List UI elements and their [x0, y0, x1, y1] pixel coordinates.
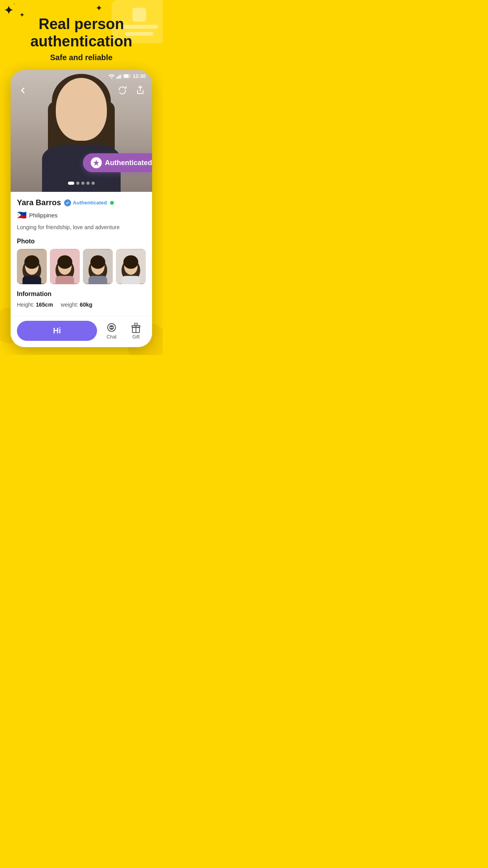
svg-rect-22 [88, 276, 107, 284]
height-label: Height: [17, 302, 34, 308]
sparkle-icon-4: ✦ [96, 4, 102, 13]
photo-thumb-1[interactable] [17, 249, 47, 284]
battery-icon [123, 74, 131, 78]
online-indicator [110, 201, 114, 205]
height-info: Height: 165cm [17, 302, 53, 308]
refresh-icon[interactable] [116, 84, 128, 96]
sparkle-icon-3: · [14, 2, 15, 6]
auth-badge-text: Authenticated [105, 159, 152, 167]
profile-photo-area[interactable]: Authenticated [11, 70, 152, 192]
weight-label: weight: [61, 302, 78, 308]
chat-label: Chat [106, 334, 116, 340]
photo-section-title: Photo [17, 238, 146, 245]
country-text: Philippines [29, 212, 58, 219]
phone-mockup: 12:30 [11, 70, 152, 347]
svg-point-16 [57, 255, 72, 268]
chat-nav-item[interactable]: Chat [102, 322, 121, 340]
svg-point-31 [111, 327, 112, 328]
height-value: 165cm [36, 302, 53, 308]
dot-3 [81, 182, 84, 185]
gift-icon [130, 322, 141, 334]
header-section: Real person authentication Safe and reli… [8, 16, 155, 62]
photo-thumb-4[interactable] [116, 249, 146, 284]
auth-inline-badge: Authenticated [64, 199, 107, 206]
subtitle: Safe and reliable [8, 53, 155, 62]
svg-point-0 [111, 77, 112, 79]
main-title: Real person authentication [8, 16, 155, 50]
status-bar: 12:30 [11, 70, 152, 81]
status-icons [108, 74, 131, 79]
country-row: 🇵🇭 Philippines [17, 210, 146, 220]
svg-rect-2 [118, 76, 119, 79]
profile-name: Yara Barros [17, 198, 61, 207]
info-row: Height: 165cm weight: 60kg [17, 302, 146, 308]
svg-point-32 [112, 327, 114, 328]
auth-inline-text: Authenticated [73, 200, 107, 206]
svg-rect-4 [121, 74, 122, 79]
share-icon[interactable] [134, 84, 147, 96]
photo-dots [68, 182, 95, 185]
gift-nav-item[interactable]: Gift [126, 322, 146, 340]
svg-rect-3 [119, 75, 121, 79]
auth-check-icon [64, 199, 71, 206]
hi-button[interactable]: Hi [17, 321, 97, 341]
svg-rect-6 [124, 75, 128, 77]
photo-thumb-2[interactable] [50, 249, 80, 284]
flag-icon: 🇵🇭 [17, 210, 27, 220]
svg-rect-17 [55, 276, 74, 284]
weight-value: 60kg [80, 302, 92, 308]
svg-rect-1 [116, 77, 117, 79]
photos-grid [17, 249, 146, 284]
top-right-actions [116, 84, 147, 96]
svg-rect-12 [22, 276, 41, 284]
dot-1 [68, 182, 74, 185]
svg-point-21 [90, 255, 105, 268]
authenticated-badge: Authenticated [83, 153, 152, 172]
profile-name-row: Yara Barros Authenticated [17, 198, 146, 207]
bio-text: Longing for friendship, love and adventu… [17, 224, 146, 232]
status-bar-time: 12:30 [133, 73, 146, 79]
signal-icon [116, 74, 122, 79]
back-button[interactable] [16, 84, 29, 97]
svg-rect-27 [121, 276, 140, 284]
chat-icon [106, 322, 117, 334]
gift-label: Gift [132, 334, 140, 340]
auth-badge-icon [91, 157, 102, 168]
dot-5 [92, 182, 95, 185]
dot-4 [86, 182, 90, 185]
bottom-action-bar: Hi Chat [11, 316, 152, 347]
svg-point-26 [123, 255, 138, 268]
weight-info: weight: 60kg [61, 302, 92, 308]
svg-point-11 [24, 255, 39, 268]
svg-point-30 [110, 327, 111, 328]
sparkle-icon-1: ✦ [4, 4, 13, 17]
wifi-icon [108, 74, 115, 79]
info-section-title: Information [17, 291, 146, 298]
profile-info-section: Yara Barros Authenticated 🇵🇭 Philippines [11, 192, 152, 316]
photo-thumb-3[interactable] [83, 249, 113, 284]
dot-2 [76, 182, 79, 185]
